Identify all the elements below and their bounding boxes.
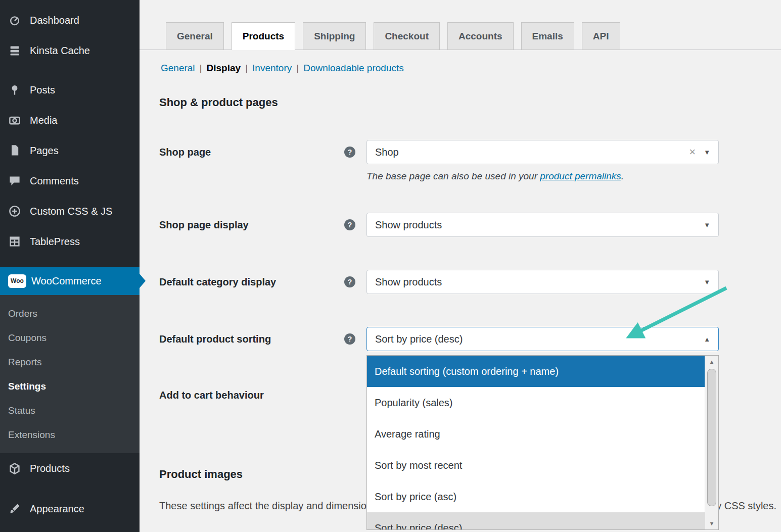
scroll-up-icon[interactable]: ▲ — [705, 356, 718, 368]
shop-page-helper-text: The base page can also be used in your p… — [366, 171, 624, 182]
chevron-down-icon: ▼ — [704, 278, 710, 286]
dropdown-option-average-rating[interactable]: Average rating — [367, 418, 705, 450]
woocommerce-icon: Woo — [8, 274, 26, 287]
shop-page-display-value: Show products — [375, 219, 704, 231]
table-icon — [8, 235, 21, 248]
chevron-down-icon: ▼ — [704, 221, 710, 229]
tab-products[interactable]: Products — [232, 22, 295, 50]
tab-general[interactable]: General — [166, 22, 224, 50]
default-category-display-row: Default category display ? Show products… — [159, 270, 720, 294]
dropdown-option-popularity[interactable]: Popularity (sales) — [367, 387, 705, 418]
pages-icon — [8, 144, 21, 157]
sidebar-item-label: Custom CSS & JS — [30, 206, 112, 217]
dropdown-option-default-sorting[interactable]: Default sorting (custom ordering + name) — [367, 356, 705, 387]
woocommerce-submenu: Orders Coupons Reports Settings Status E… — [0, 295, 140, 453]
sidebar-item-label: Comments — [30, 175, 79, 187]
default-product-sorting-value: Sort by price (desc) — [375, 333, 704, 345]
scroll-down-icon[interactable]: ▼ — [705, 517, 718, 529]
clear-icon[interactable]: × — [689, 146, 696, 159]
subnav-separator: | — [245, 63, 248, 73]
default-product-sorting-row: Default product sorting ? Sort by price … — [159, 327, 720, 351]
shop-page-display-row: Shop page display ? Show products ▼ — [159, 213, 720, 237]
sidebar-item-label: WooCommerce — [31, 275, 102, 287]
sorting-dropdown-list: Default sorting (custom ordering + name)… — [366, 355, 719, 530]
sidebar-item-comments[interactable]: Comments — [0, 166, 140, 196]
shop-page-display-label: Shop page display — [159, 213, 249, 237]
cache-stack-icon — [8, 44, 21, 57]
products-subnav: General|Display|Inventory|Downloadable p… — [161, 63, 404, 74]
shop-page-row: Shop page ? Shop × ▼ — [159, 140, 720, 164]
sidebar-item-label: Pages — [30, 145, 59, 157]
submenu-item-extensions[interactable]: Extensions — [0, 423, 140, 447]
sidebar-item-pages[interactable]: Pages — [0, 135, 140, 166]
paintbrush-icon — [8, 502, 21, 515]
tab-emails[interactable]: Emails — [521, 22, 574, 50]
default-category-display-label: Default category display — [159, 270, 276, 294]
product-images-heading: Product images — [159, 468, 243, 481]
dropdown-scrollbar[interactable]: ▲ ▼ — [705, 356, 718, 529]
sidebar-item-dashboard[interactable]: Dashboard — [0, 5, 140, 35]
subnav-separator: | — [200, 63, 202, 73]
scrollbar-thumb[interactable] — [707, 369, 716, 506]
tab-shipping[interactable]: Shipping — [303, 22, 366, 50]
default-category-display-select[interactable]: Show products ▼ — [366, 270, 719, 294]
product-permalinks-link[interactable]: product permalinks — [540, 171, 621, 181]
section-heading: Shop & product pages — [159, 96, 278, 109]
sidebar-item-label: Kinsta Cache — [30, 45, 90, 57]
admin-sidebar: Dashboard Kinsta Cache Posts Media Pages… — [0, 0, 140, 532]
help-icon[interactable]: ? — [344, 276, 355, 287]
chevron-down-icon[interactable]: ▼ — [704, 149, 710, 156]
chevron-up-icon: ▲ — [704, 335, 710, 343]
submenu-item-coupons[interactable]: Coupons — [0, 326, 140, 350]
pushpin-icon — [8, 83, 21, 96]
subnav-general[interactable]: General — [161, 63, 195, 73]
settings-tab-bar: General Products Shipping Checkout Accou… — [140, 0, 781, 50]
help-icon[interactable]: ? — [344, 219, 355, 230]
sidebar-item-label: Dashboard — [30, 15, 79, 26]
submenu-item-status[interactable]: Status — [0, 399, 140, 423]
subnav-inventory[interactable]: Inventory — [252, 63, 292, 73]
sidebar-item-appearance[interactable]: Appearance — [0, 494, 140, 524]
dropdown-option-most-recent[interactable]: Sort by most recent — [367, 450, 705, 481]
helper-text-pre: The base page can also be used in your — [366, 171, 540, 181]
active-menu-arrow — [140, 274, 146, 288]
camera-icon — [8, 114, 21, 127]
dropdown-option-price-desc[interactable]: Sort by price (desc) — [367, 512, 705, 530]
shop-page-select[interactable]: Shop × ▼ — [366, 140, 719, 164]
helper-text-post: . — [621, 171, 624, 181]
sidebar-item-woocommerce[interactable]: Woo WooCommerce — [0, 267, 140, 295]
help-icon[interactable]: ? — [344, 333, 355, 345]
sidebar-item-label: Products — [30, 463, 70, 474]
subnav-downloadable-products[interactable]: Downloadable products — [303, 63, 404, 73]
sidebar-item-label: Media — [30, 115, 57, 126]
submenu-item-reports[interactable]: Reports — [0, 350, 140, 374]
sidebar-item-label: Appearance — [30, 503, 84, 515]
default-product-sorting-label: Default product sorting — [159, 327, 271, 351]
sidebar-item-tablepress[interactable]: TablePress — [0, 226, 140, 257]
shop-page-display-select[interactable]: Show products ▼ — [366, 213, 719, 237]
shop-page-value: Shop — [375, 147, 689, 158]
default-product-sorting-select[interactable]: Sort by price (desc) ▲ — [366, 327, 719, 351]
help-icon[interactable]: ? — [344, 147, 355, 158]
submenu-item-settings[interactable]: Settings — [0, 374, 140, 399]
tab-accounts[interactable]: Accounts — [447, 22, 514, 50]
product-box-icon — [8, 462, 21, 475]
submenu-item-orders[interactable]: Orders — [0, 302, 140, 326]
plus-circle-icon — [8, 205, 21, 218]
add-to-cart-behaviour-label: Add to cart behaviour — [159, 383, 264, 407]
sidebar-item-kinsta-cache[interactable]: Kinsta Cache — [0, 35, 140, 66]
dropdown-option-price-asc[interactable]: Sort by price (asc) — [367, 481, 705, 512]
default-category-display-value: Show products — [375, 276, 704, 288]
sidebar-item-products[interactable]: Products — [0, 453, 140, 483]
dashboard-icon — [8, 14, 21, 27]
subnav-separator: | — [296, 63, 299, 73]
shop-page-label: Shop page — [159, 140, 211, 164]
tab-checkout[interactable]: Checkout — [374, 22, 440, 50]
tab-api[interactable]: API — [582, 22, 620, 50]
sidebar-item-custom-css-js[interactable]: Custom CSS & JS — [0, 196, 140, 226]
sidebar-item-posts[interactable]: Posts — [0, 75, 140, 105]
sidebar-item-label: Posts — [30, 84, 55, 96]
subnav-display[interactable]: Display — [207, 63, 241, 73]
sidebar-item-media[interactable]: Media — [0, 105, 140, 135]
sidebar-item-label: TablePress — [30, 236, 80, 248]
